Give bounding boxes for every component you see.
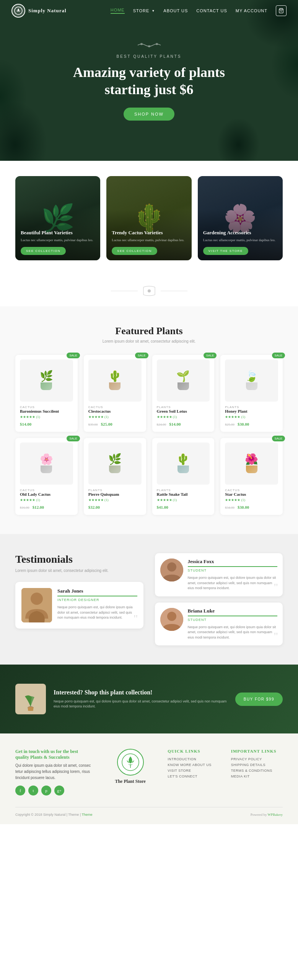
product-card[interactable]: SALE 🌺 Cactus Star Cactus ★★★★★ (1) $34.…	[220, 438, 283, 515]
product-price-area: $25.00 $30.00	[225, 420, 278, 427]
plant-leaves: 🍃	[245, 371, 258, 382]
product-image: 🌵	[88, 359, 142, 402]
divider-section	[0, 276, 298, 306]
cat-desc-3: Luctus nec ullamcorper mattis, pulvinar …	[203, 238, 277, 243]
social-pinterest[interactable]: p	[41, 786, 51, 795]
product-card[interactable]: SALE 🌱 Plants Green Soil Lotus ★★★★★ (1)…	[152, 355, 215, 432]
product-price: $32.00	[88, 505, 100, 510]
cart-icon[interactable]	[276, 5, 287, 16]
testimonial-card-briana: Briana Luke STUDENT Neque porro quisquam…	[155, 603, 283, 646]
product-badge: SALE	[204, 353, 217, 358]
plant-leaves: 🌵	[176, 454, 190, 465]
testimonial-main-role: INTERIOR DESIGNER	[57, 598, 137, 602]
product-old-price: $39.00	[88, 423, 98, 426]
plant-leaves: 🌸	[40, 454, 53, 465]
plant-leaves: 🌿	[40, 371, 53, 382]
category-card-accessories: 🌸 Gardening Accessories Luctus nec ullam…	[198, 176, 283, 260]
cat-title-3: Gardening Accessories	[203, 230, 277, 236]
hero-content: BEST QUALITY PLANTS Amazing variety of p…	[73, 41, 225, 121]
cat-title-1: Beautiful Plant Varieties	[21, 230, 95, 236]
hero-cta-button[interactable]: SHOP NOW	[124, 108, 174, 121]
footer-link-connect[interactable]: LET'S CONNECT	[168, 774, 219, 778]
cat-btn-1[interactable]: SEE COLLECTION	[21, 247, 66, 255]
cta-content: Interested? Shop this plant collection! …	[54, 689, 228, 709]
product-stars: ★★★★★ (1)	[88, 415, 142, 419]
product-card[interactable]: 🌿 Plants Pierre Quisquam ★★★★★ (1) $32.0…	[84, 438, 146, 515]
plant-leaves: 🌺	[245, 454, 258, 465]
footer-link-media[interactable]: MEDIA KIT	[231, 774, 283, 778]
hero-branch-icon	[73, 41, 225, 52]
logo[interactable]: Simply Natural	[11, 4, 67, 18]
hero-subtitle: BEST QUALITY PLANTS	[73, 54, 225, 59]
cta-plant-image	[15, 684, 46, 714]
product-badge: SALE	[272, 353, 285, 358]
footer-link-privacy[interactable]: PRIVACY POLICY	[231, 757, 283, 761]
product-category: Plants	[157, 405, 210, 409]
svg-point-9	[31, 593, 43, 605]
footer-link-intro[interactable]: INTRODUCTION	[168, 757, 219, 761]
testimonial-briana-quote: "	[274, 630, 278, 642]
product-stars: ★★★★★ (1)	[225, 415, 278, 419]
nav-account[interactable]: MY ACCOUNT	[236, 8, 267, 13]
plant-pot: 🌸	[40, 454, 53, 473]
product-category: Plants	[157, 488, 210, 492]
cat-desc-1: Luctus nec ullamcorper mattis, pulvinar …	[21, 238, 95, 243]
social-facebook[interactable]: f	[15, 786, 25, 795]
svg-point-13	[167, 612, 176, 621]
testimonial-main-body: Sarah Jones INTERIOR DESIGNER Neque porr…	[57, 588, 137, 622]
social-google[interactable]: g+	[54, 786, 64, 795]
plant-pot-body	[41, 382, 52, 390]
nav-about[interactable]: ABOUT US	[163, 8, 188, 13]
product-image: 🌵	[157, 443, 210, 485]
product-name: Old Lady Cactus	[20, 492, 73, 497]
cat-btn-2[interactable]: SEE COLLECTION	[112, 247, 157, 255]
product-image: 🌱	[157, 359, 210, 402]
product-card[interactable]: SALE 🌵 Cactus Clestocactus ★★★★★ (1) $39…	[84, 355, 146, 432]
footer-brand: Get in touch with us for the best qualit…	[15, 749, 93, 795]
product-card[interactable]: SALE 🍃 Plants Honey Plant ★★★★★ (1) $25.…	[220, 355, 283, 432]
product-image: 🍃	[225, 359, 278, 402]
testimonials-inner: Testimonials Lorem ipsum dolor sit amet,…	[15, 553, 283, 645]
nav-store[interactable]: STORE ▼	[133, 8, 155, 13]
cat-btn-3[interactable]: VISIT THE STORE	[203, 247, 248, 255]
testimonial-jessica-text: Neque porro quisquam est, qui dolore ips…	[188, 575, 278, 591]
footer-link-shipping[interactable]: SHIPPING DETAILS	[231, 763, 283, 767]
plant-leaves: 🌱	[176, 371, 190, 382]
product-card[interactable]: SALE 🌸 Cactus Old Lady Cactus ★★★★★ (1) …	[15, 438, 78, 515]
logo-text: Simply Natural	[28, 8, 67, 14]
products-grid: SALE 🌿 Cactus Baroniemus Succilent ★★★★★…	[15, 355, 283, 515]
cat-content-1: Beautiful Plant Varieties Luctus nec ull…	[15, 224, 100, 260]
nav-home[interactable]: HOME	[111, 8, 125, 14]
product-price-area: $32.00	[88, 503, 142, 510]
footer-theme-link[interactable]: Theme	[82, 813, 93, 817]
footer-brand-title: Get in touch with us for the best qualit…	[15, 749, 93, 760]
product-stars: ★★★★★ (1)	[20, 415, 73, 419]
featured-section: Featured Plants Lorem ipsum dolor sit am…	[0, 306, 298, 534]
footer-powered: Powered by WPBakery	[251, 813, 283, 817]
featured-subtitle: Lorem ipsum dolor sit amet, consectetur …	[15, 339, 283, 343]
cta-button[interactable]: BUY FOR $99	[235, 693, 283, 706]
product-card[interactable]: 🌵 Plants Rattle Snake Tail ★★★★★ (1) $41…	[152, 438, 215, 515]
testimonials-section: Testimonials Lorem ipsum dolor sit amet,…	[0, 534, 298, 665]
product-name: Green Soil Lotus	[157, 409, 210, 413]
product-card[interactable]: SALE 🌿 Cactus Baroniemus Succilent ★★★★★…	[15, 355, 78, 432]
product-price-area: $16.00 $12.00	[20, 503, 73, 510]
svg-point-2	[140, 43, 143, 45]
footer-logo-name: The Plant Store	[115, 779, 145, 784]
plant-pot-body	[109, 466, 121, 473]
product-name: Pierre Quisquam	[88, 492, 142, 497]
product-image: 🌸	[20, 443, 73, 485]
product-price: $14.00	[20, 422, 31, 426]
cat-desc-2: Luctus nec ullamcorper mattis, pulvinar …	[112, 238, 186, 243]
footer-link-terms[interactable]: TERMS & CONDITIONS	[231, 769, 283, 773]
cat-content-2: Trendy Cactus Varieties Luctus nec ullam…	[106, 224, 191, 260]
nav-contact[interactable]: CONTACT US	[196, 8, 227, 13]
plant-pot: 🌱	[176, 371, 190, 390]
logo-icon	[11, 4, 25, 18]
footer-link-store[interactable]: VISIT STORE	[168, 769, 219, 773]
social-twitter[interactable]: t	[28, 786, 38, 795]
testimonial-briana-body: Briana Luke STUDENT Neque porro quisquam…	[188, 608, 278, 640]
footer-link-about[interactable]: KNOW MORE ABOUT US	[168, 763, 219, 767]
testimonial-jessica-role: STUDENT	[188, 568, 278, 572]
product-price: $41.00	[157, 505, 168, 510]
